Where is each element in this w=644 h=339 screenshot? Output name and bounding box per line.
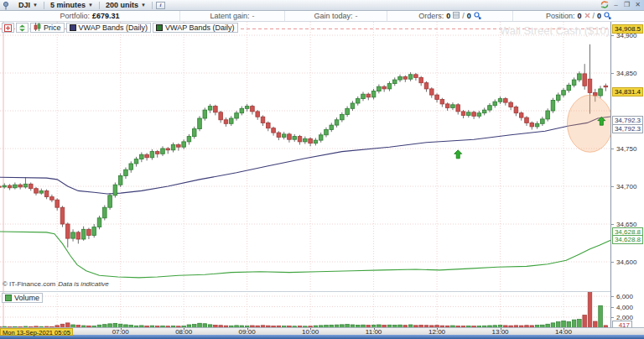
- vwap-upper-band-label: 34,792.3: [612, 124, 643, 133]
- gain-today-label: Gain today:: [314, 12, 352, 20]
- position-count-2: 0: [597, 12, 601, 20]
- info-button[interactable]: i: [156, 2, 165, 9]
- volume-tick-label: 4,000: [616, 304, 633, 311]
- price-tick-mark: [611, 262, 614, 263]
- orders-count-2: 0: [467, 12, 471, 20]
- legend-chip-price[interactable]: Price: [30, 23, 65, 33]
- candlestick-icon: [34, 23, 41, 33]
- portfolio-value: £679.31: [92, 12, 120, 20]
- data-indicative-note: Data is indicative: [58, 280, 108, 288]
- price-tick-mark: [611, 149, 614, 149]
- orders-count: 0: [446, 12, 450, 20]
- legend-volume-label: Volume: [14, 294, 39, 302]
- add-indicator-button[interactable]: [2, 23, 14, 33]
- latent-gain-section: Latent gain: -: [180, 11, 285, 21]
- chevron-down-icon: ▼: [141, 3, 146, 8]
- chart-legend: Price VWAP Bands (Daily) VWAP Bands (Dai…: [2, 23, 238, 33]
- volume-tick-mark: [611, 307, 614, 308]
- latent-gain-value: -: [252, 12, 255, 20]
- position-close-icon[interactable]: [584, 12, 590, 20]
- last-price-label: 34,831.4: [612, 87, 643, 96]
- alert-price-label: 34,908.5: [612, 24, 643, 34]
- legend-chip-volume[interactable]: Volume: [2, 293, 43, 303]
- window-bottom-frame: [0, 335, 644, 339]
- expand-panes-button[interactable]: [16, 23, 29, 33]
- legend-chip-vwap-2[interactable]: VWAP Bands (Daily): [153, 23, 238, 33]
- close-button[interactable]: ✕: [634, 2, 641, 8]
- minimize-button[interactable]: –: [612, 2, 620, 8]
- orders-section: Orders: 0 / 0: [387, 11, 513, 21]
- price-tick-mark: [611, 35, 614, 36]
- timeframe-dropdown[interactable]: 5 minutes▼: [44, 0, 99, 10]
- price-tick-mark: [611, 73, 614, 74]
- position-label: Position:: [546, 12, 575, 20]
- portfolio-label: Portfolio:: [60, 12, 90, 20]
- time-axis[interactable]: Mon 13-Sep-2021 05:05 06:0007:0008:0009:…: [0, 327, 644, 335]
- position-count: 0: [577, 12, 581, 20]
- orders-list-icon[interactable]: [453, 12, 460, 20]
- price-tick-mark: [611, 224, 614, 225]
- instrument-dropdown[interactable]: DJI▼: [13, 0, 44, 10]
- price-axis[interactable]: 34,90034,85034,75034,70034,65034,6006,00…: [610, 22, 644, 327]
- price-tick-label: 34,600: [616, 258, 636, 266]
- datetime-label: Mon 13-Sep-2021 05:05: [0, 328, 73, 336]
- gain-today-value: -: [356, 12, 358, 20]
- copyright: © IT-Finance.comData is indicative: [3, 280, 109, 288]
- volume-swatch-icon: [5, 295, 12, 301]
- account-bar: Portfolio: £679.31 Latent gain: - Gain t…: [0, 11, 644, 22]
- price-tick-label: 34,750: [616, 145, 636, 153]
- legend-chip-vwap-1[interactable]: VWAP Bands (Daily): [66, 23, 152, 33]
- vwap-lower-swatch-icon: [156, 24, 163, 31]
- legend-vwap1-label: VWAP Bands (Daily): [79, 23, 148, 32]
- chart-area[interactable]: Wall Street Cash ($10) Price VWAP Bands …: [0, 22, 610, 327]
- chevron-down-icon: ▼: [33, 3, 38, 8]
- portfolio-section: Portfolio: £679.31: [0, 11, 180, 21]
- gain-today-section: Gain today: -: [285, 11, 387, 21]
- vwap-upper-swatch-icon: [70, 24, 76, 31]
- restore-button[interactable]: ❐: [623, 2, 631, 8]
- volume-tick-mark: [611, 317, 614, 318]
- volume-tick-mark: [611, 296, 614, 297]
- legend-price-label: Price: [44, 23, 61, 32]
- instrument-watermark: Wall Street Cash ($10): [500, 24, 610, 37]
- chevron-down-icon: ▼: [88, 3, 93, 8]
- orders-magnifier-icon[interactable]: [474, 12, 481, 21]
- refresh-icon[interactable]: [600, 1, 609, 10]
- pin-icon[interactable]: [2, 1, 13, 10]
- vwap-lower-band-label: 34,628.8: [612, 235, 643, 244]
- price-tick-mark: [611, 186, 614, 187]
- legend-vwap2-label: VWAP Bands (Daily): [165, 23, 235, 32]
- position-magnifier-icon[interactable]: [604, 12, 611, 21]
- orders-label: Orders:: [418, 12, 444, 20]
- units-dropdown[interactable]: 200 units▼: [100, 0, 152, 10]
- instrument-toolbar: DJI▼ 5 minutes▼ 200 units▼ i – ❐ ✕: [0, 0, 644, 11]
- price-tick-label: 34,700: [616, 183, 636, 190]
- trading-chart-window: DJI▼ 5 minutes▼ 200 units▼ i – ❐ ✕ Portf…: [0, 0, 644, 339]
- latent-gain-label: Latent gain:: [210, 12, 249, 20]
- price-tick-label: 34,850: [616, 70, 636, 77]
- volume-tick-label: 6,000: [616, 293, 633, 300]
- position-section: Position: 0 / 0: [513, 11, 644, 21]
- volume-legend: Volume: [2, 293, 43, 303]
